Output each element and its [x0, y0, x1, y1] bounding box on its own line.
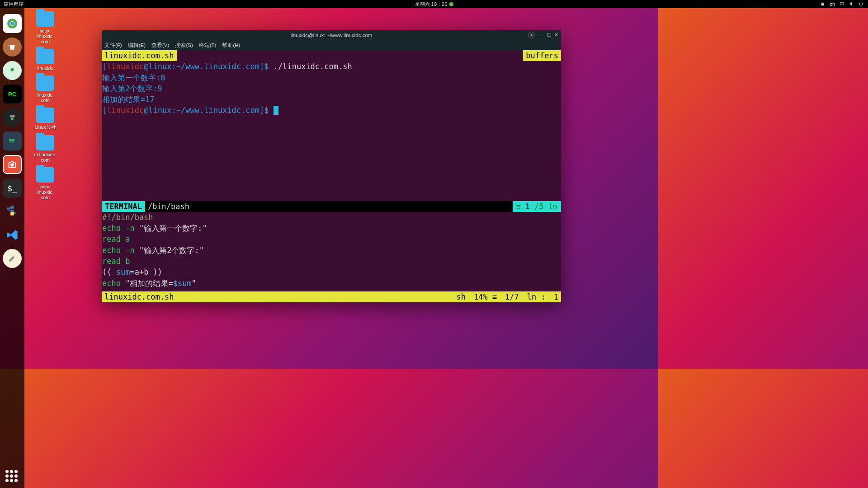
dock-gedit[interactable]	[3, 249, 22, 268]
desktop: linux. linuxidc. com linuxidc linuxidc. …	[27, 11, 63, 205]
desktop-folder[interactable]: www. linuxidc. com	[27, 167, 63, 200]
desktop-folder[interactable]: linux. linuxidc. com	[27, 11, 63, 44]
dock-software[interactable]	[3, 38, 22, 56]
gnome-topbar: 应用程序 星期六 19：26 zh	[0, 0, 658, 8]
menu-help[interactable]: 帮助(H)	[222, 42, 240, 49]
svg-point-7	[11, 117, 14, 120]
menu-search[interactable]: 搜索(S)	[175, 42, 193, 49]
code-str: "输入第一个数字:"	[139, 224, 207, 233]
terminal-output-pane[interactable]: [linuxidc@linux:~/www.linuxidc.com]$ ./l…	[102, 61, 561, 116]
code-kw: read	[102, 235, 121, 244]
desktop-folder-label: m.linuxidc. com	[27, 152, 63, 163]
vim-statusline-top: TERMINAL /bin/bash ≡ 1 /5 ln	[102, 201, 561, 212]
status-path: /bin/bash	[145, 201, 513, 212]
menu-view[interactable]: 查看(V)	[151, 42, 169, 49]
dock-python[interactable]	[3, 202, 22, 221]
code-kw: echo	[102, 224, 121, 233]
maximize-button[interactable]: ☐	[547, 32, 552, 38]
minimize-button[interactable]: —	[539, 33, 544, 38]
menubar: 文件(F) 编辑(E) 查看(V) 搜索(S) 终端(T) 帮助(H)	[102, 40, 561, 50]
menu-file[interactable]: 文件(F)	[104, 42, 122, 49]
vim-tabline: linuxidc.com.sh buffers	[102, 50, 561, 61]
code-var: a	[125, 235, 130, 244]
status-file: linuxidc.com.sh	[104, 291, 456, 302]
desktop-folder[interactable]: Linux公社	[27, 108, 63, 131]
cursor-icon	[274, 106, 278, 115]
dock-screenshot[interactable]	[3, 155, 22, 174]
terminal-window: linuxidc@linux: ~/www.linuxidc.com t — ☐…	[102, 30, 561, 302]
dock-android-studio[interactable]	[3, 61, 22, 80]
command-text: ./linuxidc.com.sh	[274, 62, 352, 71]
code-opt: -n	[125, 246, 134, 255]
desktop-folder[interactable]: m.linuxidc. com	[27, 135, 63, 163]
vim-buffers-label[interactable]: buffers	[523, 50, 561, 61]
clock[interactable]: 星期六 19：26	[415, 1, 453, 8]
desktop-folder-label: linuxidc. com	[27, 92, 63, 103]
app-indicator-icon[interactable]: t	[528, 32, 535, 38]
clock-text: 星期六 19：26	[415, 1, 448, 8]
status-line-total: /5	[534, 201, 543, 212]
status-position: 1/7	[505, 291, 519, 302]
output-line: 输入第2个数字:9	[102, 83, 561, 94]
code-opt: -n	[125, 224, 134, 233]
status-filetype: sh	[456, 291, 465, 302]
prompt-user: linuxidc	[107, 106, 144, 115]
menu-edit[interactable]: 编辑(E)	[128, 42, 146, 49]
output-line: 相加的结果=17	[102, 94, 561, 105]
dock-vscode[interactable]	[3, 225, 22, 244]
window-titlebar[interactable]: linuxidc@linux: ~/www.linuxidc.com t — ☐…	[102, 30, 561, 40]
status-line-cur: 1	[525, 202, 530, 211]
svg-point-4	[10, 68, 14, 71]
dock-obs[interactable]	[3, 108, 22, 127]
dock-chrome[interactable]	[3, 14, 22, 33]
code-kw: echo	[102, 279, 121, 288]
mode-badge: TERMINAL	[102, 201, 145, 212]
prompt-user: linuxidc	[107, 62, 144, 71]
desktop-folder-label: linux. linuxidc. com	[27, 28, 63, 44]
code-shebang: #!/bin/bash	[102, 213, 153, 222]
prompt-host: @linux:~/www.linuxidc.com	[144, 106, 259, 115]
prompt-host: @linux:~/www.linuxidc.com	[144, 62, 259, 71]
dock-pycharm[interactable]: PC	[3, 84, 22, 103]
status-mode: ln	[548, 201, 557, 212]
code-str: "	[192, 279, 196, 288]
status-col: 1	[554, 291, 558, 302]
code-op: ((	[102, 267, 116, 277]
close-button[interactable]: ✕	[554, 32, 558, 38]
code-var: sum	[116, 267, 130, 277]
status-percent: 14% ≡	[474, 291, 497, 302]
desktop-folder[interactable]: linuxidc. com	[27, 75, 63, 103]
terminal-body[interactable]: linuxidc.com.sh buffers [linuxidc@linux:…	[102, 50, 561, 302]
desktop-folder[interactable]: linuxidc	[27, 49, 63, 71]
menu-terminal[interactable]: 终端(T)	[199, 42, 217, 49]
code-op: =a+b ))	[130, 267, 162, 277]
code-kw: read	[102, 257, 121, 266]
output-line: 输入第一个数字:8	[102, 72, 561, 83]
dock: PC $_	[0, 8, 24, 369]
scroll-glyph-icon: ≡	[516, 201, 521, 212]
activities-button[interactable]: 应用程序	[0, 1, 24, 8]
desktop-folder-label: www. linuxidc. com	[27, 184, 63, 200]
window-title: linuxidc@linux: ~/www.linuxidc.com	[291, 33, 373, 38]
notification-indicator-icon	[449, 2, 453, 6]
code-var: $sum	[173, 279, 192, 288]
code-str: "输入第2个数字:"	[139, 246, 204, 255]
desktop-folder-label: linuxidc	[27, 66, 63, 71]
vim-statusline-bottom: linuxidc.com.sh sh 14% ≡ 1/7 ln : 1	[102, 291, 561, 302]
code-var: b	[125, 257, 130, 266]
desktop-folder-label: Linux公社	[27, 124, 63, 131]
svg-point-3	[10, 22, 14, 25]
vim-tab[interactable]: linuxidc.com.sh	[102, 50, 177, 61]
svg-point-5	[10, 115, 13, 118]
editor-pane[interactable]: #!/bin/bash echo -n "输入第一个数字:" read a ec…	[102, 212, 561, 291]
dock-terminal[interactable]: $_	[3, 178, 22, 197]
dock-snap-store[interactable]	[3, 131, 22, 150]
svg-point-8	[10, 163, 14, 166]
code-kw: echo	[102, 246, 121, 255]
svg-point-6	[12, 115, 15, 118]
status-ln-label: ln :	[527, 291, 546, 302]
code-str: "相加的结果=	[125, 279, 173, 288]
